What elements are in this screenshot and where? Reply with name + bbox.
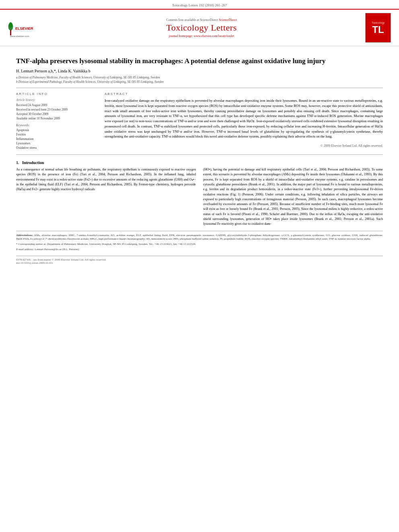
intro-right-col: (HO•), having the potential to damage an… xyxy=(203,167,383,227)
homepage-label: journal homepage: xyxy=(169,34,193,38)
corresponding-text: * Corresponding author at: Department of… xyxy=(16,242,383,246)
article-info-column: ARTICLE INFO Article history: Received 2… xyxy=(16,92,97,150)
svg-text:ELSEVIER: ELSEVIER xyxy=(15,27,33,31)
authors-line: H. Lennart Persson a,b,*, Linda K. Vaini… xyxy=(16,69,383,73)
journal-title: Toxicology Letters xyxy=(44,23,359,33)
bottom-bar: 0378-4274/$ – see front matter © 2009 El… xyxy=(16,256,383,265)
homepage-url[interactable]: www.elsevier.com/locate/toxlet xyxy=(193,34,234,38)
info-abstract-section: ARTICLE INFO Article history: Received 2… xyxy=(16,92,383,150)
affiliation-b: b Division of Experimental Pathology, Fa… xyxy=(16,80,383,84)
journal-ref-text: Toxicology Letters 192 (2010) 261–267 xyxy=(172,3,227,7)
affiliation-a: a Division of Pulmonary Medicine, Facult… xyxy=(16,76,383,79)
accepted-date: Accepted 30 October 2009 xyxy=(16,112,97,116)
tl-logo-box: Toxicology TL xyxy=(365,13,391,43)
intro-left-col: As a consequence of normal urban life br… xyxy=(16,167,196,227)
corresponding-label: * Corresponding author at: xyxy=(16,242,46,246)
divider-1 xyxy=(16,88,383,88)
intro-two-col: As a consequence of normal urban life br… xyxy=(16,167,383,227)
tl-logo-area: Toxicology TL xyxy=(359,13,391,43)
article-history-label: Article history: xyxy=(16,98,97,102)
elsevier-logo-icon: ELSEVIER www.elsevier.com xyxy=(8,18,44,38)
elsevier-logo-area: ELSEVIER www.elsevier.com xyxy=(8,18,44,38)
journal-reference-bar: Toxicology Letters 192 (2010) 261–267 xyxy=(0,0,399,9)
abbreviations-text: Abbreviations: AMs, alveolar macrophages… xyxy=(16,234,383,242)
keyword-4: Lysosomes xyxy=(16,142,97,145)
abstract-column: ABSTRACT Iron-catalyzed oxidative damage… xyxy=(105,92,383,150)
svg-point-2 xyxy=(9,22,12,28)
issn-line: 0378-4274/$ – see front matter © 2009 El… xyxy=(16,258,383,261)
abbreviations-content: AMs, alveolar macrophages; AMC, 7-amino-… xyxy=(16,234,383,241)
sciencedirect-text: Contents lists available at ScienceDirec… xyxy=(166,18,218,22)
keyword-5: Oxidative stress xyxy=(16,146,97,150)
email-label: E-mail address: xyxy=(16,248,34,251)
received-date: Received 24 August 2009 xyxy=(16,103,97,107)
abstract-heading: ABSTRACT xyxy=(105,92,383,96)
abstract-text: Iron-catalyzed oxidative damage on the r… xyxy=(105,98,383,139)
sciencedirect-label: Contents lists available at ScienceDirec… xyxy=(44,18,359,22)
copyright-line: © 2009 Elsevier Ireland Ltd. All rights … xyxy=(105,142,383,148)
article-info-heading: ARTICLE INFO xyxy=(16,92,97,96)
doi-line: doi:10.1016/j.toxlet.2009.10.031 xyxy=(16,261,383,265)
keyword-1: Apoptosis xyxy=(16,128,97,132)
divider-2 xyxy=(16,154,383,155)
intro-title: 1. Introduction xyxy=(16,160,383,165)
abbreviations-label: Abbreviations: xyxy=(16,234,33,237)
journal-header-center: Contents lists available at ScienceDirec… xyxy=(44,18,359,38)
article-title: TNF-alpha preserves lysosomal stability … xyxy=(16,57,383,66)
corresponding-content: Department of Pulmonary Medicine, Univer… xyxy=(47,242,196,246)
authors-text: H. Lennart Persson a,b,*, Linda K. Vaini… xyxy=(16,69,90,73)
intro-section-number: 1. xyxy=(16,160,19,165)
svg-rect-0 xyxy=(10,30,11,35)
keywords-label: Keywords: xyxy=(16,123,97,127)
tl-logo-letters: TL xyxy=(372,25,384,35)
intro-section-title-text: Introduction xyxy=(22,160,44,165)
main-content: TNF-alpha preserves lysosomal stability … xyxy=(0,46,399,269)
tl-logo-top-text: Toxicology xyxy=(372,21,385,24)
email-content: Lennart.Persson@lio.se (H.L. Persson). xyxy=(35,248,79,251)
page-wrapper: Toxicology Letters 192 (2010) 261–267 EL… xyxy=(0,0,399,532)
introduction-section: 1. Introduction As a consequence of norm… xyxy=(16,160,383,227)
footnotes-section: Abbreviations: AMs, alveolar macrophages… xyxy=(16,231,383,252)
svg-text:www.elsevier.com: www.elsevier.com xyxy=(10,35,29,37)
revised-date: Received in revised form 23 October 2009 xyxy=(16,108,97,111)
keyword-3: Inflammation xyxy=(16,137,97,141)
journal-header: ELSEVIER www.elsevier.com Contents lists… xyxy=(0,9,399,46)
journal-homepage: journal homepage: www.elsevier.com/locat… xyxy=(44,34,359,38)
available-date: Available online 10 November 2009 xyxy=(16,117,97,120)
keyword-2: Ferritin xyxy=(16,133,97,136)
email-text: E-mail address: Lennart.Persson@lio.se (… xyxy=(16,248,383,252)
sciencedirect-link[interactable]: ScienceDirect xyxy=(219,18,237,22)
